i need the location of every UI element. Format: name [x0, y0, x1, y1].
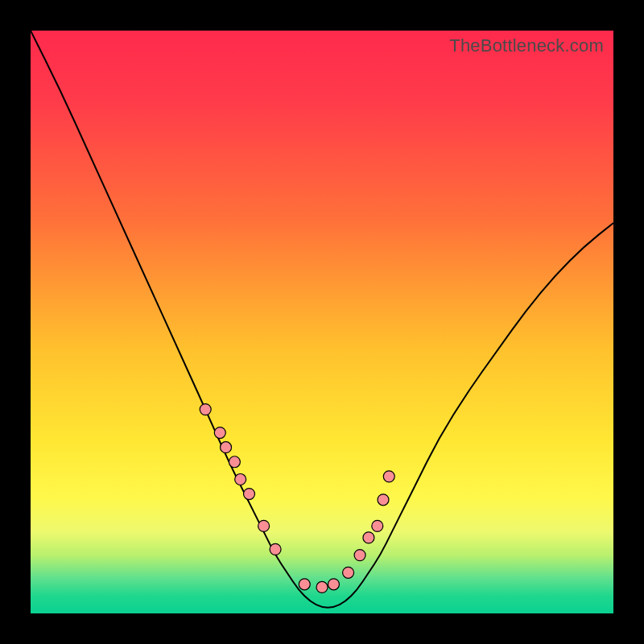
- marker-point: [258, 520, 270, 531]
- bottleneck-chart: [31, 31, 613, 613]
- marker-point: [270, 543, 281, 555]
- highlighted-points: [200, 404, 394, 593]
- marker-point: [235, 473, 246, 485]
- bottleneck-curve: [31, 31, 613, 608]
- marker-point: [328, 579, 339, 590]
- plot-area: TheBottleneck.com: [31, 31, 613, 613]
- marker-point: [383, 471, 394, 482]
- marker-point: [299, 579, 310, 590]
- marker-point: [354, 550, 365, 561]
- marker-point: [316, 581, 328, 592]
- marker-point: [221, 442, 232, 453]
- marker-point: [214, 427, 225, 439]
- marker-point: [363, 532, 374, 543]
- marker-point: [343, 567, 354, 578]
- marker-point: [244, 489, 255, 500]
- marker-point: [372, 520, 383, 531]
- chart-frame: TheBottleneck.com: [0, 0, 644, 644]
- marker-point: [378, 494, 389, 506]
- marker-point: [229, 456, 240, 468]
- marker-point: [200, 404, 211, 415]
